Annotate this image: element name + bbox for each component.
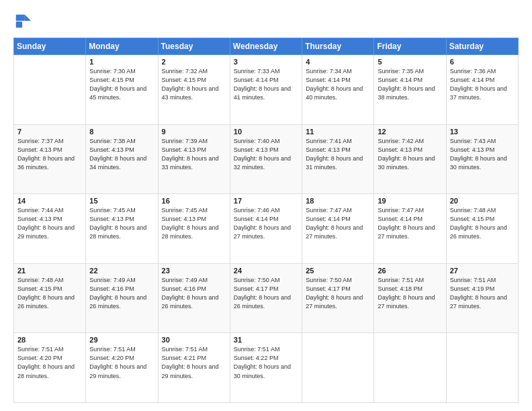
day-number: 5 [378,58,442,66]
cell-details: Sunrise: 7:51 AM Sunset: 4:19 PM Dayligh… [450,276,515,311]
day-number: 24 [234,267,298,275]
calendar-cell: 18 Sunrise: 7:47 AM Sunset: 4:14 PM Dayl… [302,194,374,264]
cell-details: Sunrise: 7:47 AM Sunset: 4:14 PM Dayligh… [306,206,370,241]
weekday-header-sunday: Sunday [14,38,86,55]
calendar-cell: 21 Sunrise: 7:48 AM Sunset: 4:15 PM Dayl… [14,263,86,333]
calendar-cell [446,333,518,403]
logo [13,12,35,31]
cell-details: Sunrise: 7:47 AM Sunset: 4:14 PM Dayligh… [378,206,442,241]
calendar-week-5: 28 Sunrise: 7:51 AM Sunset: 4:20 PM Dayl… [14,333,519,403]
cell-details: Sunrise: 7:33 AM Sunset: 4:14 PM Dayligh… [234,67,298,102]
calendar-cell: 30 Sunrise: 7:51 AM Sunset: 4:21 PM Dayl… [158,333,230,403]
calendar-cell: 20 Sunrise: 7:48 AM Sunset: 4:15 PM Dayl… [446,194,518,264]
weekday-header-friday: Friday [374,38,446,55]
day-number: 19 [378,197,442,205]
calendar-cell: 1 Sunrise: 7:30 AM Sunset: 4:15 PM Dayli… [86,55,158,125]
weekday-header-tuesday: Tuesday [158,38,230,55]
cell-details: Sunrise: 7:45 AM Sunset: 4:13 PM Dayligh… [89,206,154,241]
day-number: 22 [89,267,154,275]
day-number: 17 [234,197,298,205]
calendar-cell: 14 Sunrise: 7:44 AM Sunset: 4:13 PM Dayl… [14,194,86,264]
calendar-cell: 28 Sunrise: 7:51 AM Sunset: 4:20 PM Dayl… [14,333,86,403]
calendar-cell [14,55,86,125]
cell-details: Sunrise: 7:50 AM Sunset: 4:17 PM Dayligh… [234,276,298,311]
calendar-cell: 15 Sunrise: 7:45 AM Sunset: 4:13 PM Dayl… [86,194,158,264]
weekday-header-row: SundayMondayTuesdayWednesdayThursdayFrid… [14,38,519,55]
calendar-cell: 17 Sunrise: 7:46 AM Sunset: 4:14 PM Dayl… [230,194,302,264]
calendar-cell: 2 Sunrise: 7:32 AM Sunset: 4:15 PM Dayli… [158,55,230,125]
calendar-cell [302,333,374,403]
day-number: 13 [450,128,515,136]
calendar-cell: 16 Sunrise: 7:45 AM Sunset: 4:13 PM Dayl… [158,194,230,264]
calendar-cell: 6 Sunrise: 7:36 AM Sunset: 4:14 PM Dayli… [446,55,518,125]
cell-details: Sunrise: 7:48 AM Sunset: 4:15 PM Dayligh… [17,276,82,311]
day-number: 31 [234,336,298,344]
header [13,12,519,31]
calendar-week-4: 21 Sunrise: 7:48 AM Sunset: 4:15 PM Dayl… [14,263,519,333]
calendar-cell: 26 Sunrise: 7:51 AM Sunset: 4:18 PM Dayl… [374,263,446,333]
weekday-header-monday: Monday [86,38,158,55]
calendar-cell: 4 Sunrise: 7:34 AM Sunset: 4:14 PM Dayli… [302,55,374,125]
cell-details: Sunrise: 7:48 AM Sunset: 4:15 PM Dayligh… [450,206,515,241]
day-number: 21 [17,267,82,275]
cell-details: Sunrise: 7:34 AM Sunset: 4:14 PM Dayligh… [306,67,370,102]
day-number: 20 [450,197,515,205]
page: SundayMondayTuesdayWednesdayThursdayFrid… [0,0,532,411]
logo-icon [13,12,32,31]
calendar-cell: 10 Sunrise: 7:40 AM Sunset: 4:13 PM Dayl… [230,124,302,194]
calendar-cell: 8 Sunrise: 7:38 AM Sunset: 4:13 PM Dayli… [86,124,158,194]
weekday-header-thursday: Thursday [302,38,374,55]
weekday-header-saturday: Saturday [446,38,518,55]
cell-details: Sunrise: 7:45 AM Sunset: 4:13 PM Dayligh… [162,206,226,241]
day-number: 10 [234,128,298,136]
cell-details: Sunrise: 7:46 AM Sunset: 4:14 PM Dayligh… [234,206,298,241]
day-number: 26 [378,267,442,275]
cell-details: Sunrise: 7:41 AM Sunset: 4:13 PM Dayligh… [306,137,370,172]
day-number: 4 [306,58,370,66]
cell-details: Sunrise: 7:43 AM Sunset: 4:13 PM Dayligh… [450,137,515,172]
cell-details: Sunrise: 7:44 AM Sunset: 4:13 PM Dayligh… [17,206,82,241]
calendar-table: SundayMondayTuesdayWednesdayThursdayFrid… [13,38,519,403]
day-number: 2 [162,58,226,66]
day-number: 6 [450,58,515,66]
day-number: 29 [89,336,154,344]
calendar-cell: 27 Sunrise: 7:51 AM Sunset: 4:19 PM Dayl… [446,263,518,333]
calendar-cell [374,333,446,403]
cell-details: Sunrise: 7:32 AM Sunset: 4:15 PM Dayligh… [162,67,226,102]
day-number: 18 [306,197,370,205]
cell-details: Sunrise: 7:39 AM Sunset: 4:13 PM Dayligh… [162,137,226,172]
cell-details: Sunrise: 7:37 AM Sunset: 4:13 PM Dayligh… [17,137,82,172]
day-number: 9 [162,128,226,136]
cell-details: Sunrise: 7:30 AM Sunset: 4:15 PM Dayligh… [89,67,154,102]
cell-details: Sunrise: 7:51 AM Sunset: 4:22 PM Dayligh… [234,345,298,380]
calendar-cell: 22 Sunrise: 7:49 AM Sunset: 4:16 PM Dayl… [86,263,158,333]
day-number: 16 [162,197,226,205]
day-number: 30 [162,336,226,344]
calendar-cell: 13 Sunrise: 7:43 AM Sunset: 4:13 PM Dayl… [446,124,518,194]
day-number: 25 [306,267,370,275]
calendar-cell: 23 Sunrise: 7:49 AM Sunset: 4:16 PM Dayl… [158,263,230,333]
day-number: 3 [234,58,298,66]
calendar-week-3: 14 Sunrise: 7:44 AM Sunset: 4:13 PM Dayl… [14,194,519,264]
day-number: 23 [162,267,226,275]
day-number: 14 [17,197,82,205]
cell-details: Sunrise: 7:38 AM Sunset: 4:13 PM Dayligh… [89,137,154,172]
calendar-cell: 25 Sunrise: 7:50 AM Sunset: 4:17 PM Dayl… [302,263,374,333]
weekday-header-wednesday: Wednesday [230,38,302,55]
calendar-cell: 29 Sunrise: 7:51 AM Sunset: 4:20 PM Dayl… [86,333,158,403]
calendar-week-2: 7 Sunrise: 7:37 AM Sunset: 4:13 PM Dayli… [14,124,519,194]
day-number: 11 [306,128,370,136]
cell-details: Sunrise: 7:51 AM Sunset: 4:20 PM Dayligh… [89,345,154,380]
cell-details: Sunrise: 7:35 AM Sunset: 4:14 PM Dayligh… [378,67,442,102]
calendar-cell: 19 Sunrise: 7:47 AM Sunset: 4:14 PM Dayl… [374,194,446,264]
svg-rect-1 [16,15,25,21]
calendar-cell: 12 Sunrise: 7:42 AM Sunset: 4:13 PM Dayl… [374,124,446,194]
day-number: 27 [450,267,515,275]
svg-marker-0 [25,15,31,21]
svg-rect-2 [16,21,22,28]
calendar-cell: 9 Sunrise: 7:39 AM Sunset: 4:13 PM Dayli… [158,124,230,194]
cell-details: Sunrise: 7:49 AM Sunset: 4:16 PM Dayligh… [162,276,226,311]
calendar-cell: 5 Sunrise: 7:35 AM Sunset: 4:14 PM Dayli… [374,55,446,125]
day-number: 1 [89,58,154,66]
day-number: 15 [89,197,154,205]
